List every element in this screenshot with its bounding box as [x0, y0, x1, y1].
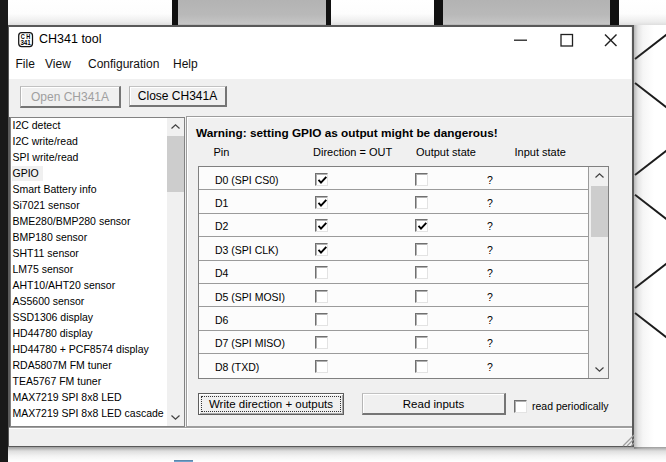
svg-text:341: 341	[20, 39, 31, 46]
